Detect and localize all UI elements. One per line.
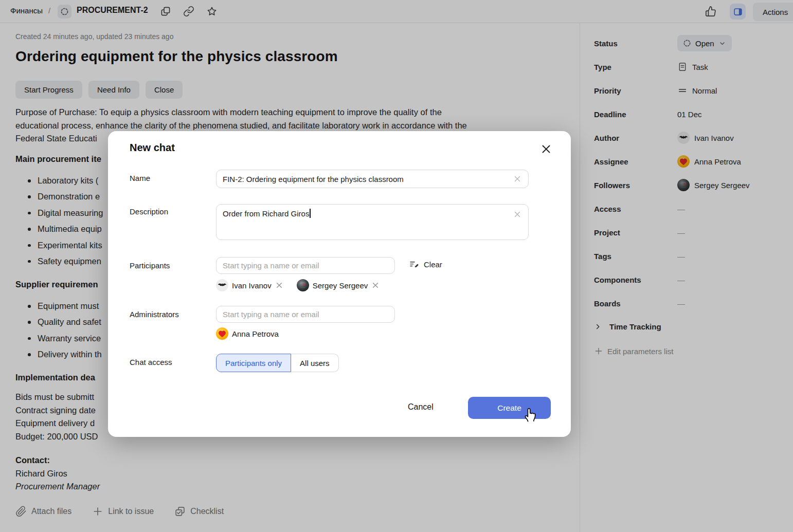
text-caret (310, 209, 311, 218)
remove-participant-icon[interactable] (275, 281, 283, 289)
name-label: Name (130, 174, 150, 182)
administrators-chips: Anna Petrova (216, 327, 279, 340)
robot-avatar (297, 279, 309, 291)
chat-access-option-participants-only[interactable]: Participants only (216, 354, 291, 372)
remove-participant-icon[interactable] (371, 281, 380, 289)
chat-access-option-all-users[interactable]: All users (291, 354, 339, 372)
close-icon[interactable] (540, 143, 552, 155)
chat-access-segmented-control: Participants only All users (216, 354, 339, 372)
modal-title: New chat (130, 142, 175, 154)
name-input[interactable]: FIN-2: Ordering equipment for the physic… (216, 170, 529, 188)
participants-label: Participants (130, 261, 170, 270)
participant-chip: Sergey Sergeev (297, 279, 380, 291)
create-button[interactable]: Create (468, 397, 551, 419)
new-chat-modal: New chat Name FIN-2: Ordering equipment … (108, 131, 571, 437)
misspelled-word: Giros (291, 209, 310, 218)
participant-chip: Ivan Ivanov (216, 279, 283, 291)
heart-avatar (216, 327, 228, 340)
administrators-input[interactable]: Start typing a name or email (216, 306, 395, 323)
participants-input[interactable]: Start typing a name or email (216, 257, 395, 274)
description-label: Description (130, 207, 168, 216)
clear-broom-icon (409, 259, 420, 270)
chat-access-label: Chat access (130, 358, 172, 366)
clear-participants-button[interactable]: Clear (409, 259, 442, 270)
clear-description-icon[interactable] (513, 210, 522, 219)
description-text: Order from Richard (223, 209, 291, 218)
administrators-label: Administrators (130, 310, 179, 319)
administrator-chip: Anna Petrova (216, 327, 279, 340)
description-textarea[interactable]: Order from Richard Giros (216, 204, 529, 240)
issue-page: Финансы / PROCUREMENT-2 Actions Created … (0, 0, 793, 532)
cancel-button[interactable]: Cancel (408, 402, 434, 412)
participants-chips: Ivan Ivanov Sergey Sergeev (216, 279, 380, 291)
clear-name-icon[interactable] (513, 174, 522, 184)
bat-avatar (216, 279, 228, 291)
